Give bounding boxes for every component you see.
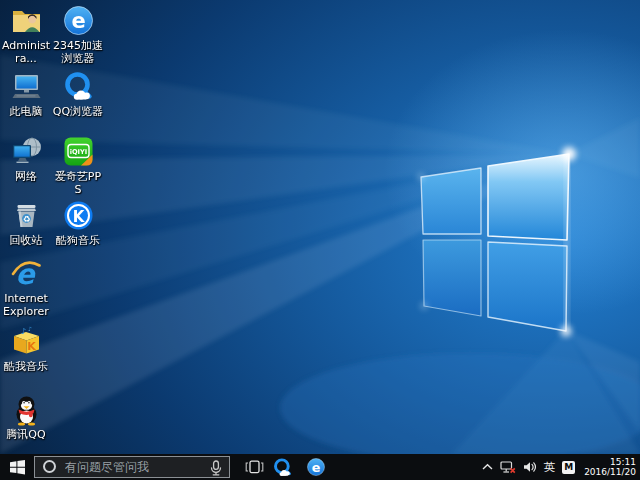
desktop-icon-internet-explorer[interactable]: e Internet Explorer <box>0 257 52 321</box>
kugou-music-icon: K <box>62 199 95 232</box>
svg-text:K: K <box>27 340 36 353</box>
desktop-icon-label: 酷我音乐 <box>0 360 52 373</box>
recycle-bin-icon: ♻ <box>10 199 43 232</box>
taskbar-2345-browser-button[interactable]: e <box>302 454 330 480</box>
desktop-icon-label: 此电脑 <box>0 105 52 118</box>
volume-icon[interactable] <box>523 461 537 473</box>
desktop-icon-label: 爱奇艺PPS <box>52 170 104 196</box>
desktop-icon-kuwo-music[interactable]: K ♪ ♪ 酷我音乐 <box>0 325 52 389</box>
desktop-icon-label: Internet Explorer <box>0 292 52 318</box>
kuwo-music-icon: K ♪ ♪ <box>10 325 43 358</box>
qq-browser-icon <box>62 70 95 103</box>
2345-browser-icon: e <box>62 4 95 37</box>
desktop-icon-qq-browser[interactable]: QQ浏览器 <box>52 70 104 134</box>
taskbar-search-box[interactable] <box>34 456 230 478</box>
windows-logo-icon <box>9 459 26 476</box>
m-tray-icon[interactable]: M <box>562 461 575 474</box>
clock-date: 2016/11/20 <box>584 467 636 478</box>
desktop-icon-recycle-bin[interactable]: ♻ 回收站 <box>0 199 52 263</box>
language-indicator[interactable]: 英 <box>544 460 556 475</box>
iqiyi-pps-icon: iQIYI <box>62 135 95 168</box>
network-disconnected-icon[interactable] <box>500 461 516 474</box>
taskbar: e 英 M 15:11 2016/11/20 <box>0 454 640 480</box>
desktop-icon-2345-browser[interactable]: e 2345加速浏览器 <box>52 4 104 68</box>
svg-text:♻: ♻ <box>22 214 30 224</box>
svg-text:iQIYI: iQIYI <box>69 148 87 156</box>
start-button[interactable] <box>0 454 34 480</box>
hidden-icons-chevron-icon[interactable] <box>482 463 493 471</box>
user-folder-icon <box>10 4 43 37</box>
windows-desktop: Administra... 此电脑 <box>0 0 640 480</box>
desktop-icon-tencent-qq[interactable]: 腾讯QQ <box>0 393 52 457</box>
desktop-icon-label: 2345加速浏览器 <box>52 39 104 65</box>
clock[interactable]: 15:11 2016/11/20 <box>582 457 636 478</box>
task-view-icon <box>245 460 264 474</box>
svg-text:e: e <box>312 460 321 475</box>
internet-explorer-icon: e <box>10 257 43 290</box>
desktop-icon-iqiyi-pps[interactable]: iQIYI 爱奇艺PPS <box>52 135 104 199</box>
desktop-icon-network[interactable]: 网络 <box>0 135 52 199</box>
svg-text:K: K <box>72 208 85 226</box>
2345-browser-icon: e <box>306 457 326 477</box>
svg-text:e: e <box>71 9 85 33</box>
desktop-icon-kugou-music[interactable]: K 酷狗音乐 <box>52 199 104 263</box>
microphone-icon[interactable] <box>210 460 222 476</box>
search-input[interactable] <box>35 457 229 477</box>
svg-text:♪: ♪ <box>21 327 26 336</box>
desktop-icon-label: 腾讯QQ <box>0 428 52 441</box>
svg-text:♪: ♪ <box>28 325 32 332</box>
qq-browser-icon <box>272 457 293 478</box>
qq-penguin-icon <box>10 393 43 426</box>
taskbar-qq-browser-button[interactable] <box>268 454 296 480</box>
desktop-icon-label: 酷狗音乐 <box>52 234 104 247</box>
network-icon <box>10 135 43 168</box>
desktop-icon-label: 网络 <box>0 170 52 183</box>
desktop-icon-label: QQ浏览器 <box>52 105 104 118</box>
system-tray: 英 M 15:11 2016/11/20 <box>482 454 640 480</box>
desktop-icon-label: 回收站 <box>0 234 52 247</box>
this-pc-icon <box>10 70 43 103</box>
desktop-icon-administrator[interactable]: Administra... <box>0 4 52 68</box>
clock-time: 15:11 <box>584 457 636 468</box>
desktop-icon-this-pc[interactable]: 此电脑 <box>0 70 52 134</box>
task-view-button[interactable] <box>240 454 268 480</box>
desktop-icon-label: Administra... <box>0 39 52 65</box>
